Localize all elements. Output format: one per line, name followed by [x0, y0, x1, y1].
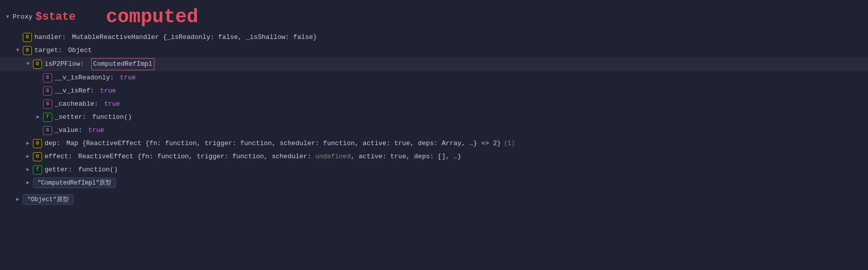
- setter-value: function(): [92, 112, 132, 123]
- v-isreadonly-badge: B: [43, 73, 52, 82]
- devtools-panel: Proxy $state computed O handler : Mutabl…: [0, 0, 868, 210]
- value-row: B _value : true: [0, 124, 868, 137]
- effect-row: O effect : ReactiveEffect {fn: function,…: [0, 150, 868, 163]
- effect-key: effect: [45, 151, 68, 162]
- proto-object-button[interactable]: "Object"原型: [23, 194, 73, 205]
- dep-toggle[interactable]: [24, 140, 31, 147]
- setter-toggle[interactable]: [34, 114, 42, 121]
- proto-object-row: "Object"原型: [0, 193, 868, 206]
- getter-toggle[interactable]: [24, 166, 31, 173]
- handler-badge-o: O: [23, 33, 32, 42]
- getter-key: getter: [45, 164, 68, 175]
- dep-badge-o: O: [33, 139, 42, 148]
- v-isref-key: __v_isRef: [55, 85, 90, 97]
- proto-object-toggle[interactable]: [14, 196, 21, 203]
- cacheable-value: true: [104, 99, 120, 110]
- setter-badge: f: [43, 113, 52, 122]
- v-isreadonly-value: true: [120, 72, 136, 83]
- dep-value: Map {ReactiveEffect {fn: function, trigg…: [66, 138, 501, 149]
- getter-row: f getter : function(): [0, 163, 868, 176]
- proto-computedrefimpl-button[interactable]: "ComputedRefImpl"原型: [33, 177, 116, 188]
- setter-key: _setter: [55, 112, 83, 123]
- setter-row: f _setter : function(): [0, 111, 868, 124]
- cacheable-key: _cacheable: [55, 99, 94, 110]
- getter-value: function(): [78, 164, 117, 175]
- v-isref-badge: B: [43, 86, 52, 96]
- isp2pflow-toggle[interactable]: [24, 61, 31, 68]
- effect-toggle[interactable]: [24, 153, 31, 160]
- isp2pflow-value-box: ComputedRefImpl: [91, 58, 154, 70]
- target-value: Object: [68, 45, 92, 56]
- computed-annotation: computed: [106, 6, 198, 28]
- v-isreadonly-key: __v_isReadonly: [55, 72, 110, 83]
- getter-badge-f: f: [33, 165, 42, 174]
- proto-computedrefimpl-toggle[interactable]: [24, 179, 31, 187]
- effect-value-gray: undefined: [315, 151, 351, 162]
- cacheable-badge: B: [43, 100, 52, 109]
- handler-value: MutableReactiveHandler {_isReadonly: fal…: [72, 32, 317, 43]
- target-toggle[interactable]: [14, 47, 21, 54]
- isp2pflow-badge-o: O: [33, 60, 42, 69]
- handler-key: handler: [34, 32, 62, 43]
- value-badge: B: [43, 126, 52, 135]
- target-row: O target : Object: [0, 44, 868, 57]
- dep-row: O dep : Map {ReactiveEffect {fn: functio…: [0, 137, 868, 150]
- v-isref-value: true: [100, 85, 116, 97]
- spacer: [0, 189, 868, 193]
- effect-value-end: , active: true, deps: [], …}: [351, 151, 461, 162]
- proxy-label: Proxy: [13, 13, 32, 21]
- header-row: Proxy $state computed: [0, 4, 868, 31]
- dep-key: dep: [45, 138, 56, 149]
- v-isref-row: B __v_isRef : true: [0, 84, 868, 98]
- value-value: true: [88, 125, 104, 136]
- cacheable-row: B _cacheable : true: [0, 98, 868, 111]
- value-key: _value: [55, 125, 78, 136]
- proto-computedrefimpl-row: "ComputedRefImpl"原型: [0, 176, 868, 189]
- effect-badge-o: O: [33, 152, 42, 161]
- isp2pflow-key: isP2PFlow: [45, 59, 80, 70]
- dep-count: (1): [504, 138, 515, 149]
- v-isreadonly-row: B __v_isReadonly : true: [0, 71, 868, 84]
- target-key: target: [34, 45, 58, 56]
- effect-value: ReactiveEffect {fn: function, trigger: f…: [78, 151, 315, 162]
- handler-row: O handler : MutableReactiveHandler {_isR…: [0, 31, 868, 44]
- state-name: $state: [35, 11, 75, 23]
- isp2pflow-row: O isP2PFlow : ComputedRefImpl: [0, 57, 868, 71]
- isp2pflow-value: ComputedRefImpl: [93, 60, 152, 68]
- root-toggle[interactable]: [4, 14, 11, 21]
- target-badge-o: O: [23, 46, 32, 55]
